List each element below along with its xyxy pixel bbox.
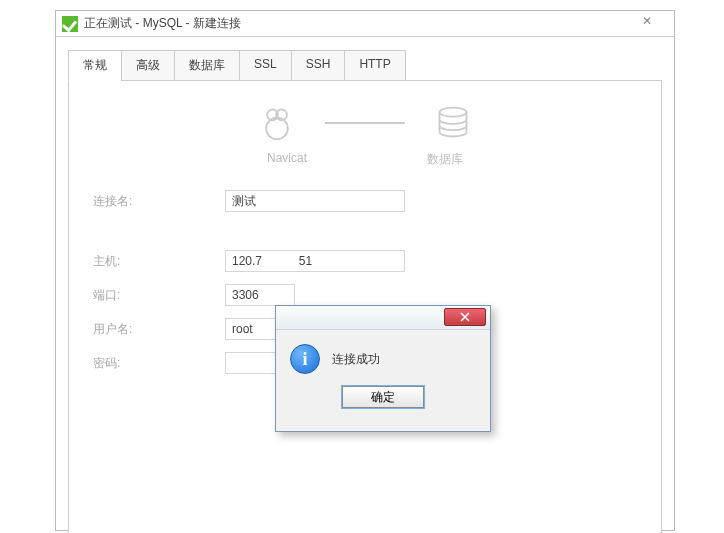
titlebar: 正在测试 - MySQL - 新建连接 ✕ [56, 11, 674, 37]
tab-advanced[interactable]: 高级 [121, 50, 175, 81]
host-label: 主机: [93, 253, 225, 270]
dialog-close-button[interactable] [444, 308, 486, 326]
tab-ssh[interactable]: SSH [291, 50, 346, 81]
database-icon [435, 105, 471, 141]
tab-bar: 常规 高级 数据库 SSL SSH HTTP [68, 50, 662, 81]
message-dialog: i 连接成功 确定 [275, 305, 491, 432]
window-title: 正在测试 - MySQL - 新建连接 [84, 15, 241, 32]
ok-button[interactable]: 确定 [342, 386, 424, 408]
dialog-titlebar [276, 306, 490, 330]
user-label: 用户名: [93, 321, 225, 338]
database-label: 数据库 [427, 151, 463, 168]
svg-point-3 [440, 108, 467, 117]
main-window: 正在测试 - MySQL - 新建连接 ✕ 常规 高级 数据库 SSL SSH … [55, 10, 675, 531]
header-labels: Navicat 数据库 [93, 151, 637, 168]
connector-line [325, 122, 405, 124]
dialog-body: i 连接成功 [276, 330, 490, 380]
conn-name-input[interactable] [225, 190, 405, 212]
navicat-label: Navicat [267, 151, 307, 168]
password-label: 密码: [93, 355, 225, 372]
conn-name-label: 连接名: [93, 193, 225, 210]
dialog-footer: 确定 [276, 380, 490, 418]
port-label: 端口: [93, 287, 225, 304]
tab-database[interactable]: 数据库 [174, 50, 240, 81]
header-illustration [93, 99, 637, 147]
dialog-message: 连接成功 [332, 351, 380, 368]
host-input[interactable] [225, 250, 405, 272]
port-input[interactable] [225, 284, 295, 306]
tab-ssl[interactable]: SSL [239, 50, 292, 81]
app-icon [62, 16, 78, 32]
tab-general[interactable]: 常规 [68, 50, 122, 81]
window-close-button[interactable]: ✕ [624, 13, 670, 31]
info-icon: i [290, 344, 320, 374]
tab-http[interactable]: HTTP [344, 50, 405, 81]
svg-point-2 [266, 118, 288, 140]
close-icon [460, 312, 470, 322]
navicat-icon [259, 105, 295, 141]
